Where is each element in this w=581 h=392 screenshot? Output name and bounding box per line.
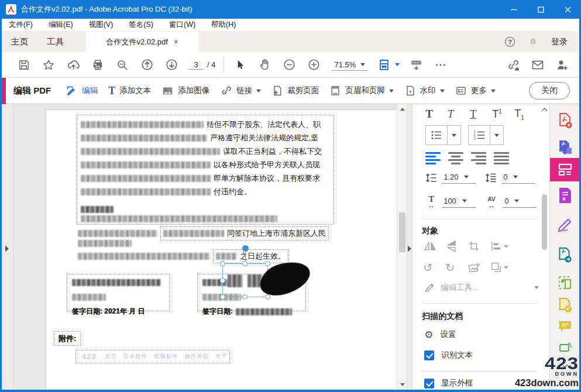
bell-icon[interactable]	[528, 37, 538, 47]
maximize-button[interactable]	[527, 0, 554, 19]
save-icon[interactable]	[12, 54, 36, 75]
comment-bubble-icon[interactable]	[550, 319, 580, 333]
pdf-arrow-icon[interactable]	[550, 139, 580, 156]
scroll-down-icon[interactable]	[400, 383, 405, 386]
zoom-out-icon[interactable]	[277, 54, 301, 75]
sign-in-link[interactable]: 登录	[551, 37, 568, 47]
share-upload-icon[interactable]	[61, 54, 85, 75]
previous-page-icon[interactable]	[135, 54, 159, 75]
numbered-list-button[interactable]: 123	[469, 126, 490, 145]
replace-image-icon[interactable]	[467, 261, 490, 274]
toolbar-display-icon[interactable]	[404, 54, 428, 75]
resize-handle-sw[interactable]	[220, 294, 225, 300]
flip-horizontal-icon[interactable]	[423, 240, 445, 253]
bullet-list-caret[interactable]	[448, 126, 460, 145]
fit-width-icon[interactable]	[373, 54, 404, 75]
pen-icon[interactable]	[550, 216, 580, 232]
next-page-icon[interactable]	[159, 54, 184, 75]
superscript-button[interactable]: T1	[492, 108, 514, 121]
search-icon[interactable]	[110, 54, 135, 75]
minimize-button[interactable]	[500, 0, 527, 19]
menu-sign[interactable]: 签名(S)	[129, 20, 153, 30]
party-a-signature-block[interactable]: 签字日期: 2021年 月 日	[67, 274, 170, 311]
edit-pdf-active-tile[interactable]	[550, 158, 580, 181]
doc-send-icon[interactable]	[550, 247, 580, 263]
show-outline-row[interactable]: 显示外框	[424, 378, 473, 388]
text-block-outline[interactable]: 括但不限于股东、法定代表人、职 严格遵守相关法律法规的规定,坚 谋取不正当利益，…	[77, 115, 334, 225]
settings-row[interactable]: ⚙ 设置	[424, 329, 456, 341]
menu-view[interactable]: 视图(V)	[89, 20, 114, 30]
document-canvas[interactable]: 括但不限于股东、法定代表人、职 严格遵守相关法律法规的规定,坚 谋取不正当利益，…	[13, 104, 397, 390]
align-justify-button[interactable]	[494, 152, 509, 164]
line-spacing-control[interactable]: 1.20	[442, 172, 476, 184]
resize-handle-w[interactable]	[220, 278, 225, 283]
pdf-page[interactable]: 括但不限于股东、法定代表人、职 严格遵守相关法律法规的规定,坚 谋取不正当利益，…	[46, 110, 398, 390]
print-icon[interactable]	[85, 54, 110, 75]
resize-handle-se[interactable]	[265, 294, 270, 300]
panel-scroll-up-icon[interactable]	[542, 108, 548, 114]
attachment-outline[interactable]: 附件:	[54, 331, 81, 346]
resize-handle-n[interactable]	[242, 261, 247, 266]
more-button[interactable]: 更多	[450, 81, 501, 100]
share-link-icon[interactable]	[501, 54, 525, 75]
star-icon[interactable]	[36, 54, 61, 75]
close-edit-pdf-button[interactable]: 关闭	[529, 82, 570, 99]
document-scrollbar[interactable]	[397, 104, 407, 390]
resize-handle-ne[interactable]	[265, 261, 270, 266]
menu-help[interactable]: 帮助(H)	[211, 20, 236, 30]
add-person-icon[interactable]	[550, 54, 575, 75]
align-objects-icon[interactable]	[490, 240, 512, 253]
hand-tool-icon[interactable]	[252, 54, 277, 75]
paragraph-spacing-control[interactable]: 0	[501, 172, 535, 184]
doc-comment-icon[interactable]	[550, 297, 580, 314]
doc-x-icon[interactable]	[550, 187, 580, 204]
scrollbar-thumb[interactable]	[399, 212, 405, 252]
panel-scrollbar[interactable]	[541, 106, 548, 387]
expand-left-panel-icon[interactable]	[5, 246, 9, 252]
crop-pages-button[interactable]: 裁剪页面	[266, 81, 324, 100]
menu-edit[interactable]: 编辑(E)	[49, 20, 73, 30]
recognize-text-checkbox[interactable]	[424, 350, 434, 360]
edit-mode-button[interactable]: 编辑	[60, 81, 103, 101]
rotation-handle[interactable]	[242, 245, 249, 252]
horizontal-scale-control[interactable]: 100	[442, 196, 476, 208]
email-icon[interactable]	[525, 54, 550, 75]
tab-home[interactable]: 主页	[2, 32, 37, 52]
scroll-up-icon[interactable]	[400, 108, 405, 111]
show-outline-checkbox[interactable]	[424, 379, 434, 388]
bold-button[interactable]: T	[425, 108, 448, 121]
underline-button[interactable]: T	[470, 108, 492, 121]
flip-vertical-icon[interactable]	[445, 240, 467, 253]
align-left-button[interactable]	[425, 152, 441, 164]
help-icon[interactable]: ?	[505, 37, 515, 47]
tab-tools[interactable]: 工具	[37, 32, 73, 52]
watermark-button[interactable]: 水印	[399, 81, 450, 100]
align-center-button[interactable]	[448, 152, 463, 164]
more-tools-icon[interactable]	[428, 54, 453, 75]
recognize-text-row[interactable]: 识别文本	[424, 350, 473, 360]
crop-object-icon[interactable]	[467, 240, 490, 253]
rotate-ccw-icon[interactable]: ↺	[423, 261, 445, 274]
arrange-objects-icon[interactable]	[490, 261, 512, 274]
crop-green-icon[interactable]	[550, 275, 580, 290]
add-text-button[interactable]: T 添加文本	[103, 82, 156, 99]
header-footer-button[interactable]: 页眉和页脚	[324, 81, 399, 100]
bullet-list-button[interactable]	[426, 126, 447, 145]
collapse-panel-icon[interactable]	[408, 246, 411, 252]
add-image-button[interactable]: 添加图像	[156, 81, 215, 101]
subscript-button[interactable]: T1	[514, 108, 537, 121]
select-tool-icon[interactable]	[228, 54, 252, 75]
tab-document[interactable]: 合作文件v2.02.pdf ×	[86, 32, 198, 52]
edit-tools-caret[interactable]	[534, 286, 539, 289]
edit-tools-row[interactable]: 编辑工具...	[424, 282, 539, 293]
align-right-button[interactable]	[471, 152, 486, 164]
panel-scroll-thumb[interactable]	[542, 194, 547, 250]
italic-button[interactable]: T	[448, 108, 470, 121]
pdf-plus-icon[interactable]	[550, 112, 580, 129]
zoom-in-icon[interactable]	[301, 54, 326, 75]
zoom-level-control[interactable]: 71.5%	[332, 59, 367, 71]
menu-file[interactable]: 文件(F)	[9, 20, 33, 30]
resize-handle-nw[interactable]	[220, 261, 225, 266]
sign-place-outline[interactable]: 同签订地上海市浦东新区人民	[160, 226, 329, 240]
menu-window[interactable]: 窗口(W)	[169, 20, 195, 30]
